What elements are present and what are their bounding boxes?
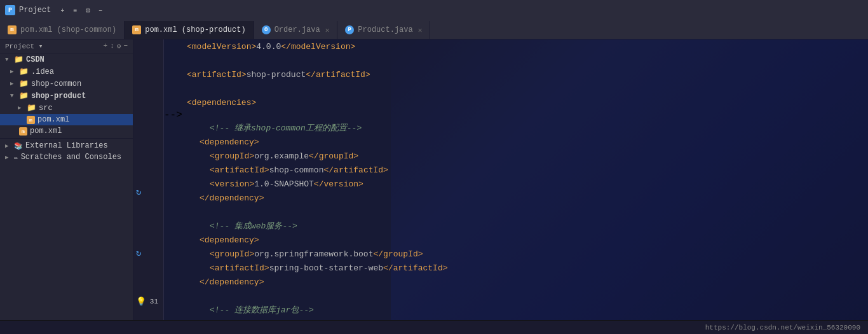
comment3-text: <!-- 连接数据库jar包--> — [210, 304, 314, 316]
tab-order[interactable]: O Order.java ✕ — [254, 21, 338, 39]
code-line-dependencies: <dependencies> — [164, 95, 868, 109]
arrow-scratches: ▶ — [5, 154, 11, 161]
refresh-icon-2[interactable]: ↻ — [136, 247, 141, 258]
pom-file-icon: m — [27, 116, 35, 124]
tab-icon-j2: P — [345, 25, 354, 34]
gutter-line-5 — [133, 88, 163, 101]
pom-file-icon2: m — [19, 127, 27, 136]
settings-btn[interactable]: ⚙ — [83, 5, 93, 15]
gutter-line-4 — [133, 76, 163, 88]
gutter-line-19 — [133, 259, 163, 271]
sidebar-item-shop-common[interactable]: ▶ 📁 shop-common — [0, 78, 133, 90]
gutter-line-31: 💡 31 — [133, 296, 163, 308]
editor-content: ↻ ↻ 💡 31 — [133, 39, 868, 320]
sidebar-separator — [0, 138, 133, 139]
folder-icon-csdn: 📁 — [14, 55, 24, 64]
sidebar-settings-icon[interactable]: ⚙ — [117, 42, 121, 50]
sidebar-item-pom-xml2[interactable]: ▶ m pom.xml — [0, 125, 133, 137]
folder-icon-shop-common: 📁 — [19, 79, 29, 88]
csdn-label: CSDN — [26, 55, 44, 64]
add-btn[interactable]: + — [57, 5, 67, 15]
gutter-line-14 — [133, 198, 163, 210]
gutter-line-1 — [133, 39, 163, 52]
sidebar-header-icons: + ↕ ⚙ − — [104, 42, 128, 50]
gutter: ↻ ↻ 💡 31 — [133, 39, 164, 320]
sidebar-scroll-icon[interactable]: ↕ — [110, 42, 114, 50]
minimize-btn[interactable]: − — [95, 5, 105, 15]
code-line-dep1-close: </dependency> — [164, 191, 868, 205]
arrow-csdn: ▼ — [5, 57, 11, 63]
tab-icon-m2: m — [132, 25, 141, 34]
code-line-artifactid1: <artifactId>shop-common</artifactId> — [164, 163, 868, 177]
project-icon: P — [5, 5, 15, 15]
code-line-dep2-open: <dependency> — [164, 233, 868, 247]
gutter-line-9 — [133, 137, 163, 149]
tab-pom-product-label: pom.xml (shop-product) — [145, 25, 245, 34]
sidebar-item-idea[interactable]: ▶ 📁 .idea — [0, 66, 133, 78]
ext-libs-icon: 📚 — [14, 142, 23, 150]
gutter-line-last — [133, 308, 163, 320]
title-label: Project — [19, 6, 51, 15]
title-bar: P Project + ≡ ⚙ − — [0, 0, 868, 20]
code-line-groupid2: <groupId>org.springframework.boot</group… — [164, 247, 868, 261]
bulb-icon[interactable]: 💡 — [136, 296, 146, 307]
tab-icon-m: m — [8, 25, 17, 34]
tab-product-close[interactable]: ✕ — [418, 26, 423, 34]
tab-pom-product[interactable]: m pom.xml (shop-product) — [125, 21, 254, 39]
sidebar-item-csdn[interactable]: ▼ 📁 CSDN — [0, 53, 133, 66]
tab-product[interactable]: P Product.java ✕ — [337, 21, 430, 39]
code-line-comment2: <!-- 集成web服务--> — [164, 219, 868, 233]
sidebar-add-icon[interactable]: + — [104, 42, 108, 50]
arrow-ext: ▶ — [5, 143, 11, 150]
code-line-empty2 — [164, 81, 868, 95]
folder-icon-shop-product: 📁 — [19, 91, 29, 101]
src-label: src — [39, 104, 53, 113]
sidebar-item-scratches[interactable]: ▶ ✏️ Scratches and Consoles — [0, 151, 133, 163]
arrow-idea: ▶ — [10, 68, 17, 75]
code-line-version1: <version>1.0-SNAPSHOT</version> — [164, 177, 868, 191]
tab-icon-j1: O — [262, 25, 271, 34]
gutter-line-10 — [133, 150, 163, 162]
code-line-empty1 — [164, 53, 868, 67]
tab-order-close[interactable]: ✕ — [325, 26, 330, 34]
sidebar-title: Project ▾ — [5, 42, 43, 50]
line-number-31: 31 — [150, 298, 158, 305]
code-area[interactable]: ↻ ↻ 💡 31 — [133, 39, 868, 320]
arrow-shop-common: ▶ — [10, 80, 17, 87]
tab-order-label: Order.java — [275, 25, 320, 34]
gutter-line-16 — [133, 223, 163, 235]
scratches-label: Scratches and Consoles — [21, 153, 121, 162]
gutter-line-6 — [133, 101, 163, 113]
sidebar-close-icon[interactable]: − — [123, 42, 128, 50]
pom-xml2-label: pom.xml — [30, 127, 62, 136]
scratches-icon: ✏️ — [14, 153, 18, 162]
code-line-groupid1: <groupId>org.example</groupId> — [164, 149, 868, 163]
sidebar-item-pom-xml[interactable]: ▶ m pom.xml — [0, 114, 133, 125]
arrow-src: ▶ — [18, 104, 24, 111]
tab-pom-common[interactable]: m pom.xml (shop-common) — [0, 21, 125, 39]
code-line-comment1: <!-- 继承shop-common工程的配置--> — [164, 121, 868, 135]
code-line-comment3: <!-- 连接数据库jar包--> — [164, 303, 868, 317]
code-lines[interactable]: <modelVersion>4.0.0</modelVersion> <arti… — [164, 39, 868, 320]
main-area: Project ▾ + ↕ ⚙ − ▼ 📁 CSDN ▶ 📁 .idea ▶ 📁… — [0, 39, 868, 320]
refresh-icon-1[interactable]: ↻ — [136, 186, 141, 197]
gutter-line-12 — [133, 174, 163, 186]
comment2-text: <!-- 集成web服务--> — [210, 220, 297, 232]
ext-libs-label: External Libraries — [25, 141, 108, 150]
sidebar-item-shop-product[interactable]: ▼ 📁 shop-product — [0, 90, 133, 102]
sidebar-header: Project ▾ + ↕ ⚙ − — [0, 39, 133, 53]
tab-bar: m pom.xml (shop-common) m pom.xml (shop-… — [0, 20, 868, 39]
code-line-dep1-open: <dependency> — [164, 135, 868, 149]
menu-btn[interactable]: ≡ — [70, 5, 80, 15]
arrow-pom2: ▶ — [10, 128, 17, 135]
arrow-pom: ▶ — [18, 116, 24, 123]
status-url: https://blog.csdn.net/weixin_56320090 — [705, 324, 860, 331]
sidebar-item-src[interactable]: ▶ 📁 src — [0, 102, 133, 114]
gutter-line-17 — [133, 235, 163, 247]
gutter-line-21 — [133, 283, 163, 295]
status-bar: https://blog.csdn.net/weixin_56320090 — [0, 320, 868, 334]
gutter-line-15 — [133, 210, 163, 222]
code-line-dep2-close: </dependency> — [164, 275, 868, 289]
sidebar-item-ext-libs[interactable]: ▶ 📚 External Libraries — [0, 140, 133, 151]
gutter-line-7 — [133, 113, 163, 125]
